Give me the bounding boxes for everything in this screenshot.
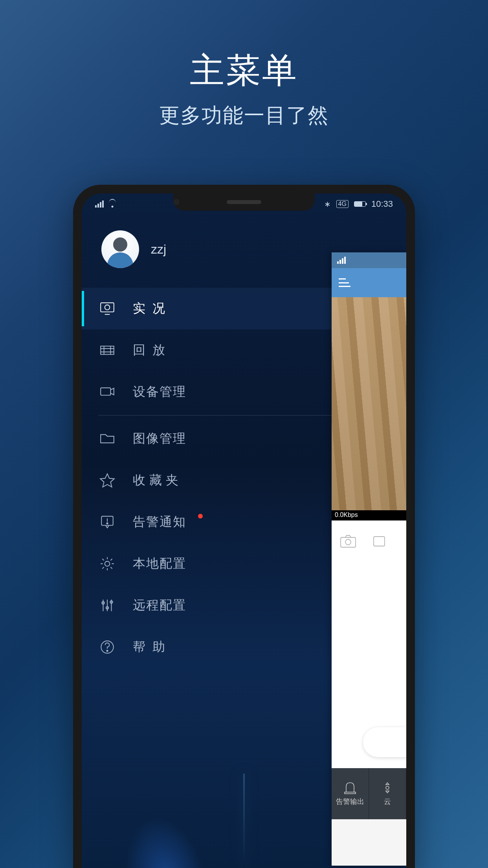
signal-icon bbox=[95, 200, 104, 208]
peek-header bbox=[332, 268, 406, 297]
battery-icon bbox=[354, 201, 366, 207]
film-icon bbox=[98, 341, 116, 359]
camera-feed[interactable]: 0.0Kbps bbox=[332, 297, 406, 520]
signal-icon bbox=[337, 257, 346, 264]
monitor-icon bbox=[98, 300, 116, 318]
svg-rect-24 bbox=[345, 792, 356, 794]
username-label: zzj bbox=[151, 242, 166, 257]
svg-point-25 bbox=[386, 786, 389, 789]
page-subtitle: 更多功能一目了然 bbox=[0, 102, 488, 129]
menu-label: 远程配置 bbox=[133, 597, 186, 614]
peek-bottom-bar: 告警输出 云 bbox=[332, 768, 406, 819]
bottom-item-ptz[interactable]: 云 bbox=[369, 768, 406, 819]
help-icon bbox=[98, 638, 116, 656]
svg-point-11 bbox=[106, 523, 108, 524]
status-time: 10:33 bbox=[371, 199, 393, 209]
peek-toolbar bbox=[332, 520, 406, 564]
peek-blank-area bbox=[332, 564, 406, 768]
peek-status-bar bbox=[332, 252, 406, 268]
menu-label: 回放 bbox=[133, 342, 172, 359]
folder-icon bbox=[98, 430, 116, 448]
menu-label: 帮助 bbox=[133, 638, 172, 656]
sliders-icon bbox=[98, 596, 116, 614]
svg-point-1 bbox=[105, 305, 110, 310]
svg-rect-21 bbox=[341, 537, 356, 547]
svg-rect-3 bbox=[101, 346, 114, 355]
bitrate-label: 0.0Kbps bbox=[332, 510, 406, 520]
bluetooth-icon: ∗ bbox=[324, 199, 331, 209]
svg-rect-0 bbox=[101, 303, 114, 312]
notification-dot bbox=[198, 514, 203, 519]
menu-label: 设备管理 bbox=[133, 383, 186, 401]
svg-rect-8 bbox=[101, 388, 110, 395]
wifi-icon bbox=[108, 200, 117, 208]
svg-point-20 bbox=[106, 650, 108, 651]
background-art-river bbox=[83, 757, 253, 868]
snapshot-icon[interactable] bbox=[339, 534, 357, 550]
phone-frame: ∗ 4G 10:33 zzj 实况 回放 bbox=[73, 185, 415, 868]
bottom-label: 告警输出 bbox=[336, 797, 364, 806]
menu-label: 实况 bbox=[133, 300, 172, 317]
menu-label: 图像管理 bbox=[133, 430, 186, 447]
svg-point-22 bbox=[345, 539, 351, 545]
camera-device-icon bbox=[98, 383, 116, 401]
menu-label: 告警通知 bbox=[133, 513, 186, 531]
background-art bbox=[193, 711, 295, 868]
menu-label: 本地配置 bbox=[133, 555, 186, 572]
bottom-item-alarm[interactable]: 告警输出 bbox=[332, 768, 369, 819]
svg-rect-23 bbox=[374, 537, 385, 546]
menu-label: 收藏夹 bbox=[133, 472, 182, 489]
gear-icon bbox=[98, 555, 116, 573]
phone-screen: ∗ 4G 10:33 zzj 实况 回放 bbox=[82, 193, 406, 868]
hamburger-icon[interactable] bbox=[339, 278, 350, 287]
alert-icon bbox=[98, 513, 116, 531]
phone-notch bbox=[173, 193, 315, 211]
promo-header: 主菜单 更多功能一目了然 bbox=[0, 0, 488, 129]
star-icon bbox=[98, 471, 116, 489]
record-icon[interactable] bbox=[372, 534, 390, 550]
background-app-preview[interactable]: 0.0Kbps 告警输出 云 bbox=[332, 252, 406, 866]
network-badge: 4G bbox=[336, 200, 349, 208]
floating-button[interactable] bbox=[363, 727, 406, 757]
svg-point-12 bbox=[105, 561, 110, 566]
page-title: 主菜单 bbox=[0, 47, 488, 94]
bottom-label: 云 bbox=[384, 797, 391, 806]
avatar bbox=[101, 230, 139, 268]
